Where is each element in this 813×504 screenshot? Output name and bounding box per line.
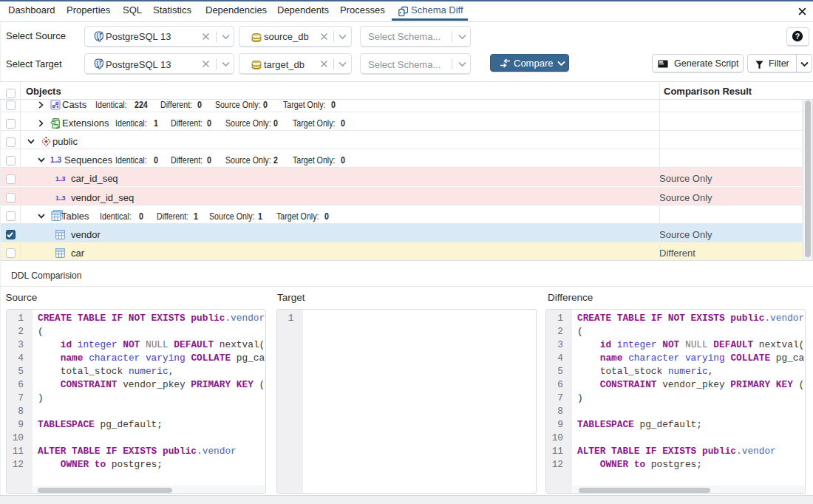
svg-text:?: ? [795,32,800,41]
